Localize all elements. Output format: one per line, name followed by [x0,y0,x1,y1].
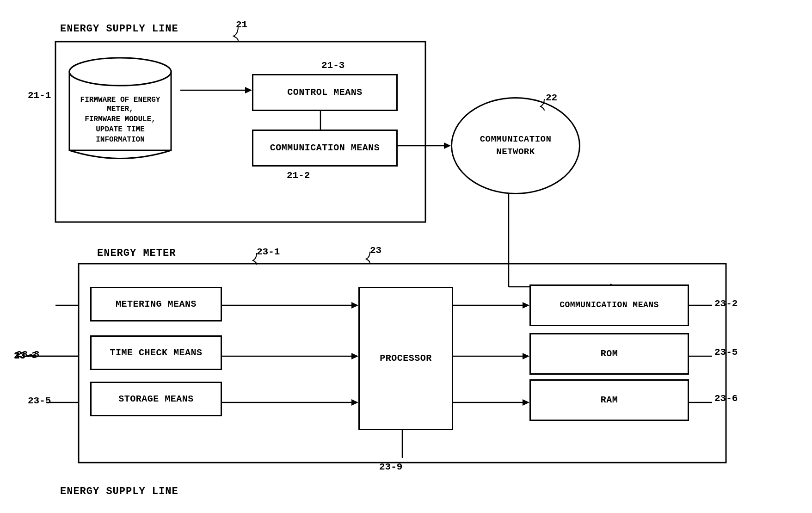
svg-text:INFORMATION: INFORMATION [96,136,145,144]
svg-marker-22 [523,399,529,406]
storage-means-box: STORAGE MEANS [90,382,222,416]
ref-23-9: 23-9 [379,462,402,472]
ref-23-3-label: 23-3 [16,349,39,360]
svg-marker-20 [523,353,529,359]
ref-21-2: 21-2 [287,170,310,181]
metering-means-box: METERING MEANS [90,287,222,321]
ref-23-6: 23-6 [714,393,738,404]
meter-comm-means-box: COMMUNICATION MEANS [529,284,689,326]
ref-23-5-rom: 23-5 [714,347,738,358]
svg-marker-12 [351,302,358,309]
svg-marker-14 [351,353,358,359]
control-means-box: CONTROL MEANS [252,74,398,111]
svg-text:METER,: METER, [107,105,134,113]
svg-text:FIRMWARE MODULE,: FIRMWARE MODULE, [85,115,156,124]
ref-23-5-storage: 23-5 [28,396,51,406]
svg-text:UPDATE TIME: UPDATE TIME [96,125,145,134]
energy-meter-label: ENERGY METER [97,247,176,259]
svg-text:FIRMWARE OF ENERGY: FIRMWARE OF ENERGY [80,96,160,104]
energy-supply-line-bottom-label: ENERGY SUPPLY LINE [60,486,178,497]
server-comm-means-box: COMMUNICATION MEANS [252,130,398,167]
energy-supply-line-top-label: ENERGY SUPPLY LINE [60,23,178,35]
firmware-cylinder: FIRMWARE OF ENERGY METER, FIRMWARE MODUL… [65,53,176,160]
ram-box: RAM [529,379,689,421]
processor-box: PROCESSOR [358,287,453,430]
time-check-means-box: TIME CHECK MEANS [90,335,222,370]
comm-network-ellipse: COMMUNICATIONNETWORK [451,97,580,194]
ref-21-1: 21-1 [28,90,51,101]
ref-23-2: 23-2 [714,298,738,309]
svg-marker-16 [351,399,358,406]
svg-marker-5 [444,142,451,149]
svg-marker-18 [523,302,529,309]
ref-21-3: 21-3 [321,60,344,71]
rom-box: ROM [529,333,689,375]
svg-point-31 [69,58,171,86]
svg-marker-2 [245,87,252,93]
